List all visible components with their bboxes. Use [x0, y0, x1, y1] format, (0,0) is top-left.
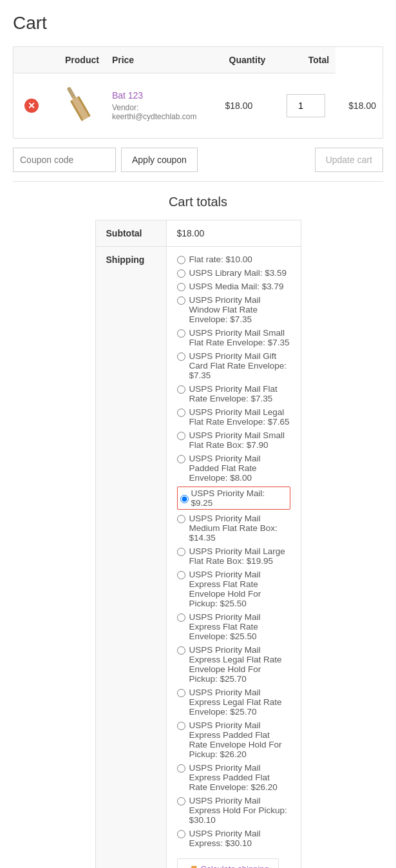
shipping-option-item: USPS Media Mail: $3.79: [177, 282, 290, 291]
subtotal-value: $18.00: [166, 220, 301, 247]
shipping-option-item: USPS Priority Mail Express Hold For Pick…: [177, 796, 290, 825]
apply-coupon-button[interactable]: Apply coupon: [121, 148, 198, 172]
shipping-option-item: Flat rate: $10.00: [177, 255, 290, 264]
shipping-option-radio[interactable]: [177, 722, 185, 730]
shipping-option-radio[interactable]: [177, 613, 185, 622]
shipping-option-label: USPS Priority Mail Padded Flat Rate Enve…: [189, 454, 290, 483]
shipping-option-label: USPS Priority Mail Small Flat Rate Box: …: [189, 430, 290, 450]
shipping-label: Shipping: [95, 247, 166, 869]
page-title: Cart: [13, 13, 383, 34]
shipping-option-label: USPS Priority Mail Medium Flat Rate Box:…: [189, 514, 290, 543]
shipping-option-item: USPS Priority Mail Express Legal Flat Ra…: [177, 645, 290, 684]
shipping-option-radio[interactable]: [177, 515, 185, 523]
shipping-option-radio[interactable]: [177, 329, 185, 338]
vendor-label: Vendor:: [112, 103, 212, 112]
shipping-option-radio[interactable]: [177, 689, 185, 697]
col-header-total: Total: [276, 47, 335, 73]
quantity-cell: [276, 73, 335, 139]
shipping-option-item: USPS Priority Mail Express Flat Rate Env…: [177, 612, 290, 641]
shipping-option-label: USPS Priority Mail Legal Flat Rate Envel…: [189, 407, 290, 427]
shipping-option-item: USPS Priority Mail Small Flat Rate Envel…: [177, 328, 290, 347]
shipping-option-label: Flat rate: $10.00: [189, 255, 252, 264]
shipping-option-radio[interactable]: [177, 269, 185, 278]
total-cell: $18.00: [335, 73, 382, 139]
table-header-row: Product Price Quantity Total: [14, 47, 383, 73]
shipping-option-item: USPS Priority Mail Window Flat Rate Enve…: [177, 295, 290, 324]
remove-cell: ✕: [14, 73, 50, 139]
shipping-option-label: USPS Priority Mail Gift Card Flat Rate E…: [189, 351, 290, 380]
shipping-option-item: USPS Priority Mail Flat Rate Envelope: $…: [177, 384, 290, 403]
shipping-option-label: USPS Priority Mail Express Flat Rate Env…: [189, 570, 290, 608]
shipping-options-cell: Flat rate: $10.00USPS Library Mail: $3.5…: [166, 247, 301, 869]
remove-item-button[interactable]: ✕: [24, 99, 39, 113]
shipping-option-label: USPS Media Mail: $3.79: [189, 282, 284, 291]
shipping-option-label: USPS Priority Mail Window Flat Rate Enve…: [189, 295, 290, 324]
shipping-option-item: USPS Priority Mail Medium Flat Rate Box:…: [177, 514, 290, 543]
shipping-option-radio[interactable]: [177, 797, 185, 805]
shipping-option-radio[interactable]: [177, 548, 185, 556]
shipping-option-radio[interactable]: [177, 385, 185, 394]
vendor-email: keerthi@cydtechlab.com: [112, 112, 212, 121]
close-icon: ✕: [24, 99, 39, 113]
shipping-option-label: USPS Priority Mail Express Padded Flat R…: [189, 720, 290, 759]
shipping-option-item: USPS Priority Mail Express Flat Rate Env…: [177, 570, 290, 608]
shipping-option-radio[interactable]: [177, 283, 185, 291]
col-header-price: Price: [106, 47, 219, 73]
shipping-option-item: USPS Priority Mail Padded Flat Rate Enve…: [177, 454, 290, 483]
shipping-option-radio[interactable]: [177, 409, 185, 417]
shipping-option-label: USPS Priority Mail Large Flat Rate Box: …: [189, 546, 290, 566]
cart-totals-table: Subtotal $18.00 Shipping Flat rate: $10.…: [95, 220, 301, 868]
coupon-left: Apply coupon: [13, 148, 198, 172]
shipping-option-radio[interactable]: [177, 764, 185, 773]
product-image: [63, 84, 92, 126]
shipping-option-radio[interactable]: [177, 571, 185, 579]
shipping-option-label: USPS Priority Mail Flat Rate Envelope: $…: [189, 384, 290, 403]
shipping-option-radio[interactable]: [177, 432, 185, 440]
cart-totals-title: Cart totals: [169, 195, 227, 209]
product-image-cell: [50, 73, 106, 139]
shipping-option-radio[interactable]: [177, 256, 185, 264]
shipping-option-item: USPS Priority Mail Large Flat Rate Box: …: [177, 546, 290, 566]
shipping-option-radio[interactable]: [177, 455, 185, 463]
cart-table: Product Price Quantity Total ✕: [13, 46, 383, 139]
coupon-row: Apply coupon Update cart: [13, 139, 383, 182]
shipping-option-item: USPS Priority Mail: $9.25: [177, 487, 290, 510]
shipping-option-selected-wrapper: USPS Priority Mail: $9.25: [177, 487, 290, 510]
shipping-option-item: USPS Priority Mail Small Flat Rate Box: …: [177, 430, 290, 450]
shipping-option-label: USPS Priority Mail Express Legal Flat Ra…: [189, 645, 290, 684]
calculate-shipping-label: Calculate shipping: [201, 864, 269, 868]
shipping-option-radio[interactable]: [180, 495, 189, 503]
cart-totals-section: Cart totals Subtotal $18.00 Shipping Fla…: [13, 182, 383, 868]
shipping-option-label: USPS Priority Mail Express Padded Flat R…: [189, 763, 290, 792]
shipping-option-label: USPS Library Mail: $3.59: [189, 268, 287, 278]
calculate-shipping-button[interactable]: 🚚 Calculate shipping: [177, 858, 279, 868]
product-link[interactable]: Bat 123: [112, 90, 143, 101]
table-row: ✕: [14, 73, 383, 139]
shipping-option-item: USPS Priority Mail Gift Card Flat Rate E…: [177, 351, 290, 380]
shipping-option-radio[interactable]: [177, 352, 185, 361]
shipping-option-label: USPS Priority Mail Small Flat Rate Envel…: [189, 328, 290, 347]
shipping-option-label: USPS Priority Mail: $9.25: [191, 488, 287, 508]
product-name-cell: Bat 123 Vendor: keerthi@cydtechlab.com: [106, 73, 219, 139]
shipping-option-radio[interactable]: [177, 296, 185, 305]
shipping-option-item: USPS Priority Mail Express Padded Flat R…: [177, 763, 290, 792]
shipping-option-item: USPS Priority Mail Express: $30.10: [177, 829, 290, 848]
shipping-option-item: USPS Priority Mail Express Padded Flat R…: [177, 720, 290, 759]
shipping-option-label: USPS Priority Mail Express: $30.10: [189, 829, 290, 848]
shipping-row: Shipping Flat rate: $10.00USPS Library M…: [95, 247, 301, 869]
shipping-option-radio[interactable]: [177, 646, 185, 655]
quantity-input[interactable]: [287, 94, 325, 117]
shipping-options-list: Flat rate: $10.00USPS Library Mail: $3.5…: [177, 255, 290, 848]
col-header-quantity: Quantity: [218, 47, 276, 73]
shipping-option-item: USPS Priority Mail Express Legal Flat Ra…: [177, 688, 290, 717]
col-header-product: Product: [14, 47, 106, 73]
coupon-input[interactable]: [13, 148, 116, 172]
subtotal-row: Subtotal $18.00: [95, 220, 301, 247]
shipping-option-label: USPS Priority Mail Express Hold For Pick…: [189, 796, 290, 825]
shipping-option-item: USPS Library Mail: $3.59: [177, 268, 290, 278]
truck-icon: 🚚: [187, 864, 197, 868]
subtotal-label: Subtotal: [95, 220, 166, 247]
shipping-option-item: USPS Priority Mail Legal Flat Rate Envel…: [177, 407, 290, 427]
update-cart-button[interactable]: Update cart: [315, 148, 383, 172]
shipping-option-radio[interactable]: [177, 830, 185, 838]
